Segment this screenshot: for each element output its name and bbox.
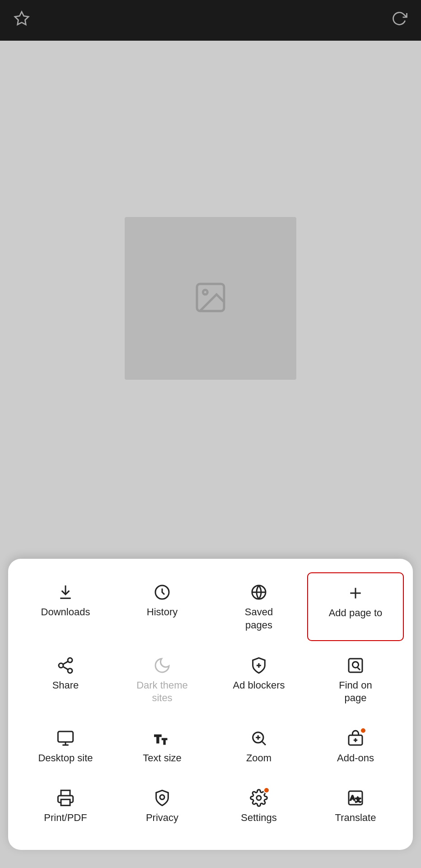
dark-theme-sites-label: Dark themesites [136, 679, 188, 705]
history-label: History [147, 606, 178, 619]
desktop-site-label: Desktop site [38, 752, 93, 765]
svg-rect-32 [61, 800, 70, 806]
menu-item-saved-pages[interactable]: Savedpages [210, 572, 307, 641]
svg-marker-0 [15, 12, 28, 25]
menu-row-1: ShareDark themesitesAd blockersFind onpa… [17, 646, 404, 714]
page-thumbnail [125, 217, 296, 380]
menu-item-desktop-site[interactable]: Desktop site [17, 718, 114, 774]
find-icon [346, 656, 365, 675]
add-ons-notification-dot [360, 727, 366, 734]
svg-line-19 [358, 667, 360, 670]
desktop-icon [56, 729, 75, 747]
reload-icon[interactable] [391, 10, 407, 31]
menu-row-2: Desktop siteTTText sizeZoomAdd-ons [17, 718, 404, 774]
settings-notification-dot [263, 787, 270, 793]
translate-icon: A文 [346, 789, 365, 807]
svg-point-2 [203, 290, 207, 294]
share-label: Share [52, 679, 79, 692]
zoom-label: Zoom [246, 752, 271, 765]
bookmark-icon[interactable] [14, 10, 30, 31]
menu-item-print-pdf[interactable]: Print/PDF [17, 778, 114, 834]
svg-point-11 [59, 663, 63, 668]
svg-point-33 [160, 795, 164, 800]
menu-item-ad-blockers[interactable]: Ad blockers [210, 646, 307, 714]
svg-line-26 [262, 742, 266, 745]
svg-text:T: T [154, 733, 161, 745]
svg-rect-20 [58, 731, 73, 742]
address-bar [0, 0, 421, 41]
svg-point-34 [257, 796, 261, 800]
menu-item-translate[interactable]: A文Translate [307, 778, 404, 834]
shield-icon [250, 656, 268, 675]
menu-item-add-ons[interactable]: Add-ons [307, 718, 404, 774]
zoom-icon [250, 729, 268, 747]
print-pdf-label: Print/PDF [44, 811, 87, 825]
find-on-page-label: Find onpage [339, 679, 372, 705]
svg-line-13 [63, 666, 68, 670]
translate-label: Translate [335, 811, 376, 825]
menu-item-dark-theme-sites[interactable]: Dark themesites [114, 646, 210, 714]
add-page-to-label: Add page to [329, 607, 383, 620]
svg-point-10 [68, 658, 72, 662]
svg-text:A: A [350, 794, 355, 802]
menu-item-downloads[interactable]: Downloads [17, 572, 114, 641]
moon-icon [153, 656, 171, 675]
broken-image-icon [192, 279, 229, 317]
menu-item-add-page-to[interactable]: Add page to [307, 572, 404, 641]
menu-panel: DownloadsHistorySavedpagesAdd page toSha… [8, 559, 413, 850]
svg-line-14 [63, 661, 68, 664]
svg-text:T: T [162, 737, 167, 746]
share-icon [56, 656, 75, 675]
settings-label: Settings [241, 811, 277, 825]
text-size-label: Text size [143, 752, 182, 765]
menu-item-settings[interactable]: Settings [210, 778, 307, 834]
menu-item-history[interactable]: History [114, 572, 210, 641]
globe-icon [250, 583, 268, 601]
textsize-icon: TT [153, 729, 171, 747]
ad-blockers-label: Ad blockers [233, 679, 285, 692]
print-icon [56, 789, 75, 807]
history-icon [153, 583, 171, 601]
menu-row-3: Print/PDFPrivacySettingsA文Translate [17, 778, 404, 834]
menu-item-zoom[interactable]: Zoom [210, 718, 307, 774]
plus-icon [346, 584, 365, 602]
svg-point-12 [68, 668, 72, 673]
addon-icon [346, 729, 365, 747]
add-ons-label: Add-ons [337, 752, 374, 765]
svg-point-18 [352, 661, 358, 667]
settings-icon [250, 789, 268, 807]
menu-row-0: DownloadsHistorySavedpagesAdd page to [17, 572, 404, 641]
svg-text:文: 文 [356, 797, 361, 803]
downloads-label: Downloads [41, 606, 90, 619]
saved-pages-label: Savedpages [245, 606, 273, 632]
menu-item-text-size[interactable]: TTText size [114, 718, 210, 774]
svg-rect-17 [349, 659, 362, 672]
privacy-icon [153, 789, 171, 807]
menu-item-find-on-page[interactable]: Find onpage [307, 646, 404, 714]
privacy-label: Privacy [146, 811, 178, 825]
menu-item-privacy[interactable]: Privacy [114, 778, 210, 834]
download-icon [56, 583, 75, 601]
menu-item-share[interactable]: Share [17, 646, 114, 714]
